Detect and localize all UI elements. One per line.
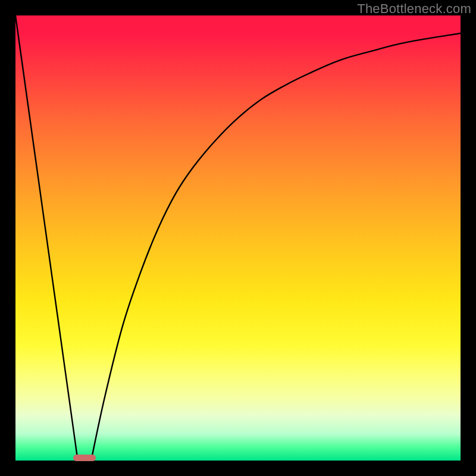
curve-path — [15, 15, 461, 461]
optimum-marker — [73, 455, 95, 461]
plot-area — [15, 15, 461, 461]
watermark-text: TheBottleneck.com — [357, 1, 471, 17]
chart-frame: TheBottleneck.com — [0, 0, 476, 476]
curve-svg — [15, 15, 461, 461]
